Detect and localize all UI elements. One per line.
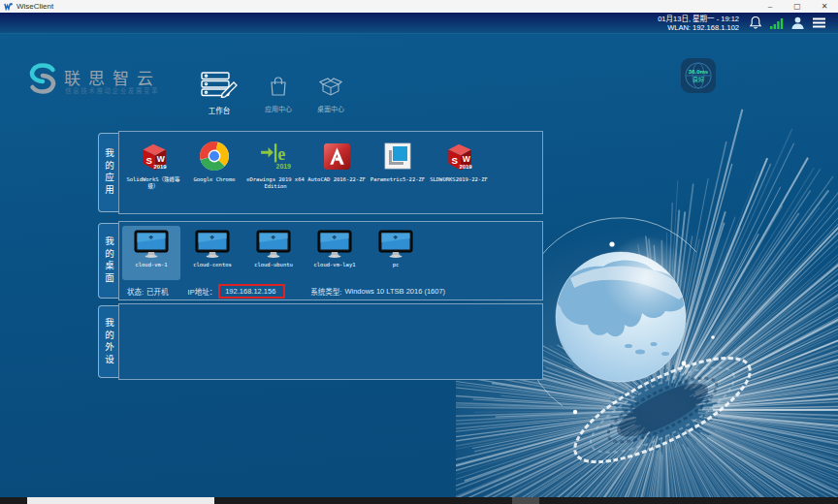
- app-label: SLDWORKS2019-22-ZF: [430, 176, 488, 183]
- taskbar-item[interactable]: [512, 497, 539, 504]
- solidworks-icon: S W 2019: [443, 142, 474, 171]
- taskbar-app-segment[interactable]: [27, 497, 214, 504]
- svg-text:2019: 2019: [154, 164, 168, 170]
- ip-label: IP地址：: [188, 286, 217, 297]
- section-my-apps: 我的应用 S W 2019 SolidWorkS（珠峰等 级） Google C…: [92, 131, 543, 214]
- latency-status: 良好: [693, 75, 704, 83]
- tab-workbench[interactable]: 工作台: [197, 71, 242, 115]
- desktop-item[interactable]: ❖ cloud-vm-1: [122, 226, 180, 280]
- edrawings-icon: e 2019: [260, 142, 291, 171]
- desktop-center-icon: [319, 76, 342, 97]
- brand-tagline: 信息技术推动企业发展变革: [65, 85, 159, 95]
- brand-logo: 联思智云 信息技术推动企业发展变革: [25, 61, 60, 100]
- svg-text:❖: ❖: [332, 234, 337, 240]
- app-center-icon: [268, 76, 289, 97]
- section-my-peripherals: 我的外设: [92, 303, 543, 380]
- section-my-desktops-panel: 状态: 已开机 IP地址： 192.168.12.156 系统类型: Windo…: [118, 221, 543, 300]
- tab-app-center[interactable]: 应用中心: [256, 76, 301, 113]
- user-icon[interactable]: [790, 15, 806, 31]
- app-item[interactable]: S W 2019 SLDWORKS2019-22-ZF: [429, 142, 489, 183]
- section-my-apps-tab[interactable]: 我的应用: [98, 133, 118, 212]
- svg-text:❖: ❖: [271, 234, 275, 240]
- window-title: WiseClient: [16, 2, 53, 11]
- svg-text:W: W: [157, 154, 166, 164]
- section-my-peripherals-panel: [118, 303, 543, 380]
- solidworks-icon: S W 2019: [138, 142, 169, 171]
- desktop-item[interactable]: ❖ cloud-centos: [183, 226, 242, 280]
- tab-app-center-label: 应用中心: [256, 104, 301, 113]
- minimize-button[interactable]: –: [757, 0, 784, 13]
- liansi-logo-icon: [25, 61, 60, 96]
- desktop-label: cloud-ubuntu: [254, 262, 293, 268]
- svg-text:S: S: [146, 155, 153, 166]
- desktop-item[interactable]: ❖ cloud-ubuntu: [244, 226, 303, 280]
- signal-strength-icon[interactable]: [768, 15, 785, 31]
- wiseclient-logo-icon: [4, 2, 13, 11]
- virtual-desktop-icon: ❖: [377, 230, 414, 259]
- ip-value: 192.168.12.156: [225, 287, 275, 296]
- desktop-label: pc: [393, 262, 400, 268]
- section-my-desktops: 我的桌面 状态: 已开机 IP地址： 192.168.12.156 系统类型: …: [92, 221, 543, 300]
- tab-desktop-center[interactable]: 桌面中心: [308, 76, 353, 113]
- desktop-label: cloud-vm-lay1: [313, 262, 355, 268]
- close-button[interactable]: ✕: [811, 0, 838, 13]
- tab-desktop-center-label: 桌面中心: [308, 104, 353, 113]
- app-label: Google Chrome: [193, 176, 235, 183]
- app-label: Parametric5-22-ZF: [371, 176, 425, 183]
- svg-text:S: S: [452, 155, 459, 166]
- maximize-button[interactable]: ▢: [784, 0, 811, 13]
- virtual-desktop-icon: ❖: [133, 230, 170, 259]
- section-my-desktops-tab[interactable]: 我的桌面: [98, 223, 118, 299]
- chrome-icon: [199, 142, 230, 171]
- virtual-desktop-icon: ❖: [316, 230, 353, 259]
- status-label: 状态:: [127, 286, 144, 297]
- status-value: 已开机: [146, 286, 169, 297]
- app-item[interactable]: S W 2019 SolidWorkS（珠峰等 级）: [123, 142, 183, 189]
- menu-icon[interactable]: [811, 15, 827, 31]
- desktop-status-line: 状态: 已开机 IP地址： 192.168.12.156 系统类型: Windo…: [119, 282, 542, 299]
- virtual-desktop-icon: ❖: [194, 230, 231, 259]
- workbench-icon: [199, 71, 240, 98]
- windows-taskbar[interactable]: [0, 497, 838, 504]
- tab-workbench-label: 工作台: [197, 105, 242, 115]
- app-item[interactable]: Parametric5-22-ZF: [368, 142, 428, 183]
- section-my-peripherals-tab[interactable]: 我的外设: [98, 305, 118, 378]
- ip-highlight-box: 192.168.12.156: [218, 284, 285, 299]
- datetime-text: 01月13日, 星期一 - 19:12: [658, 15, 739, 23]
- wlan-text: WLAN: 192.168.1.102: [658, 23, 739, 32]
- app-label: eDrawings 2019 x64 Edition: [246, 176, 305, 189]
- desktop-label: cloud-vm-1: [135, 262, 167, 268]
- app-item[interactable]: Google Chrome: [184, 142, 244, 183]
- svg-text:W: W: [463, 154, 471, 164]
- desktop-item[interactable]: ❖ cloud-vm-lay1: [306, 226, 364, 280]
- creo-icon: [382, 142, 413, 171]
- window-titlebar: WiseClient – ▢ ✕: [0, 0, 838, 13]
- section-my-apps-panel: S W 2019 SolidWorkS（珠峰等 级） Google Chrome…: [118, 131, 543, 214]
- notification-bell-icon[interactable]: [747, 15, 763, 31]
- svg-text:2019: 2019: [460, 164, 473, 170]
- app-item[interactable]: AutoCAD 2016-22-ZF: [306, 142, 367, 183]
- autocad-icon: [321, 142, 352, 171]
- virtual-desktop-icon: ❖: [255, 230, 292, 259]
- os-label: 系统类型:: [310, 286, 341, 297]
- svg-text:❖: ❖: [393, 234, 398, 240]
- svg-text:2019: 2019: [276, 163, 291, 170]
- main-area: 联思智云 信息技术推动企业发展变革 工作台: [0, 34, 838, 497]
- status-bar: 01月13日, 星期一 - 19:12 WLAN: 192.168.1.102: [0, 13, 838, 34]
- os-value: Windows 10 LTSB 2016 (1607): [344, 287, 445, 296]
- latency-badge[interactable]: 36.0ms 良好: [681, 58, 716, 93]
- svg-text:❖: ❖: [210, 234, 214, 240]
- desktop-label: cloud-centos: [193, 262, 232, 268]
- app-item[interactable]: e 2019 eDrawings 2019 x64 Edition: [245, 142, 306, 189]
- app-label: AutoCAD 2016-22-ZF: [307, 176, 366, 183]
- svg-text:e: e: [277, 144, 285, 164]
- svg-text:❖: ❖: [148, 234, 153, 240]
- desktop-item[interactable]: ❖ pc: [367, 226, 425, 280]
- app-label: SolidWorkS（珠峰等 级）: [126, 176, 179, 189]
